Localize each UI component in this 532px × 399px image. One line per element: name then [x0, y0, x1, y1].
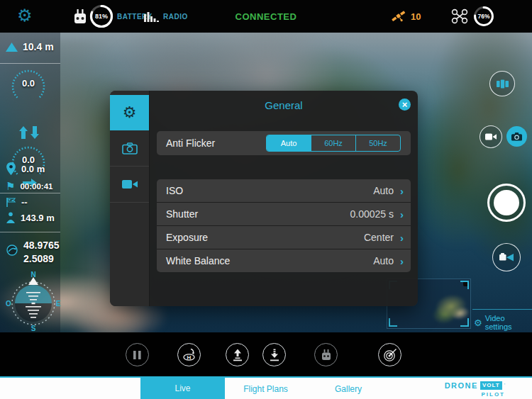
satellite-icon [391, 9, 406, 23]
chevron-right-icon: › [400, 232, 404, 243]
tab-video-settings[interactable] [110, 167, 149, 202]
logo-volt-text: VOLT [480, 381, 502, 390]
minimap-corner [389, 318, 397, 327]
segment-60hz[interactable]: 60Hz [311, 135, 355, 151]
altitude-icon [6, 43, 18, 52]
tab-live[interactable]: Live [140, 376, 225, 399]
longitude-value: 2.5089 [23, 253, 60, 264]
telemetry-sidebar: 10.4 m 0.0 0.0 [0, 33, 60, 332]
anti-flicker-row: Anti Flicker Auto 60Hz 50Hz [157, 131, 411, 155]
pause-button[interactable] [126, 343, 149, 366]
divider [0, 193, 60, 193]
video-camera-icon [485, 133, 497, 140]
minimap-corner [460, 318, 469, 327]
compass-west: O [6, 300, 11, 308]
tab-general-settings[interactable]: ⚙ [110, 95, 149, 130]
row-value: 0.00025 s [350, 208, 394, 220]
flight-time-row: ⚑ 00:00:41 [6, 181, 53, 191]
cliff-right [415, 33, 532, 266]
compass-attitude-indicator: N O E S [4, 271, 62, 332]
row-label: Shutter [166, 208, 350, 220]
takeoff-icon [231, 349, 244, 361]
record-camera-icon [499, 252, 514, 262]
distance-value: 0.0 m [21, 164, 45, 174]
waypoint-row: -- [6, 197, 28, 208]
tab-gallery[interactable]: Gallery [308, 378, 389, 399]
setting-row-white-balance[interactable]: White Balance Auto › [157, 249, 411, 272]
shutter-button[interactable] [487, 184, 526, 222]
remote-controller-icon [321, 349, 332, 361]
row-value: Center [364, 232, 394, 243]
vertical-speed-value: 0.0 [8, 78, 49, 89]
video-settings-gear-icon: ⚙ [474, 318, 482, 327]
flight-toolbar: H [0, 332, 532, 376]
segment-50hz[interactable]: 50Hz [355, 135, 400, 151]
modal-title: General [150, 99, 418, 111]
drone-icon [451, 9, 468, 24]
photo-mode-button[interactable] [506, 126, 527, 147]
setting-row-exposure[interactable]: Exposure Center › [157, 225, 411, 249]
row-value: Auto [373, 255, 394, 266]
setting-row-shutter[interactable]: Shutter 0.00025 s › [157, 202, 411, 225]
chevron-right-icon: › [400, 256, 404, 266]
chevron-right-icon: › [400, 209, 404, 220]
video-settings-button[interactable]: ⚙ Video settings [474, 314, 532, 331]
checkered-flag-icon [6, 197, 16, 208]
row-label: Exposure [166, 232, 364, 243]
anti-flicker-label: Anti Flicker [166, 137, 266, 149]
takeoff-button[interactable] [226, 343, 249, 366]
latitude-value: 48.9765 [23, 240, 60, 251]
waypoint-value: -- [21, 197, 28, 208]
camera-settings-list: ISO Auto › Shutter 0.00025 s › Exposure … [157, 179, 411, 272]
logo-pilot-text: PILOT [445, 391, 505, 398]
tab-flight-plans[interactable]: Flight Plans [225, 378, 306, 399]
drone-pilot-app: ⚙ 81% BATTERY RADIO CONNECTED [0, 0, 532, 399]
shutter-inner [494, 190, 519, 215]
row-label: White Balance [166, 255, 373, 266]
controller-button[interactable] [314, 343, 338, 366]
vertical-speed-gauge: 0.0 [8, 68, 49, 101]
compass-east: E [56, 300, 61, 308]
location-pin-icon [6, 162, 16, 176]
height-row: 143.9 m [6, 212, 55, 224]
close-icon[interactable]: × [399, 99, 411, 111]
drone-battery-ring: 76% [473, 6, 494, 27]
chevron-right-icon: › [400, 186, 404, 196]
divider [0, 232, 60, 232]
drone-battery-percent: 76% [473, 6, 494, 27]
gear-icon: ⚙ [123, 104, 137, 121]
pause-icon [133, 351, 141, 359]
settings-tab-rail: ⚙ [110, 91, 150, 306]
altitude-row: 10.4 m [6, 41, 54, 52]
flag-icon: ⚑ [6, 181, 15, 191]
land-icon [268, 349, 281, 361]
top-status-bar: ⚙ 81% BATTERY RADIO CONNECTED [0, 0, 532, 33]
dronevolt-pilot-logo: DRONE VOLT ' PILOT [445, 381, 505, 398]
altitude-value: 10.4 m [23, 41, 54, 52]
return-home-icon: H [182, 348, 196, 361]
globe-icon [6, 244, 18, 257]
vertical-arrows-icon [19, 126, 39, 139]
waypoint-target-button[interactable] [378, 343, 401, 366]
minimap-corner [460, 281, 469, 289]
segment-auto[interactable]: Auto [267, 135, 311, 151]
video-mode-button[interactable] [480, 125, 502, 148]
bottom-tab-bar: Live Flight Plans Gallery DRONE VOLT ' P… [0, 376, 532, 399]
record-video-button[interactable] [492, 243, 521, 271]
tab-photo-settings[interactable] [110, 130, 149, 166]
setting-row-iso[interactable]: ISO Auto › [157, 179, 411, 202]
compass-south: S [31, 325, 36, 332]
satellite-count: 10 [411, 11, 421, 22]
distance-row: 0.0 m [6, 162, 45, 176]
flight-time-value: 00:00:41 [20, 182, 52, 191]
panorama-icon [497, 79, 509, 89]
svg-text:H: H [187, 354, 191, 361]
camera-settings-modal: ⚙ General × Anti Flicker [110, 91, 418, 306]
video-settings-divider [472, 309, 532, 310]
logo-drone-text: DRONE [445, 382, 478, 389]
panorama-button[interactable] [489, 71, 515, 96]
photo-camera-icon [511, 133, 522, 141]
camera-outline-icon [122, 142, 138, 154]
return-home-button[interactable]: H [177, 343, 201, 366]
land-button[interactable] [262, 343, 286, 366]
